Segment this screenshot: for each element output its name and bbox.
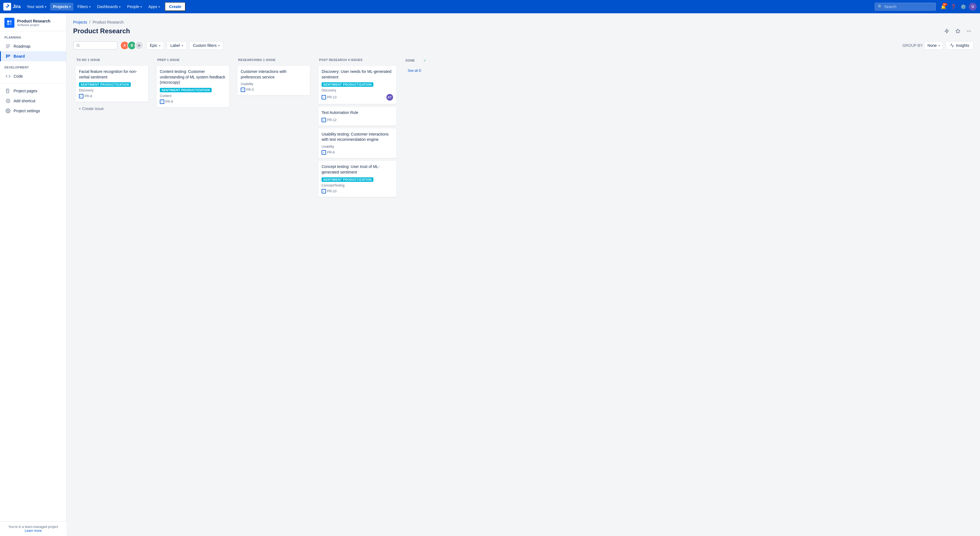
search-icon	[76, 43, 80, 47]
search-box[interactable]: 🔍 Search	[875, 3, 936, 11]
roadmap-icon	[5, 43, 11, 49]
code-icon	[5, 73, 11, 79]
card-issue-id: ✓ PR-6	[321, 150, 335, 155]
breadcrumb: Projects / Product Research	[73, 20, 974, 24]
card-pr5[interactable]: Customer interactions with preferences s…	[237, 65, 310, 96]
avatar-add-button[interactable]: +	[135, 41, 143, 50]
svg-point-16	[969, 31, 969, 32]
settings-icon	[5, 108, 11, 113]
nav-dashboards[interactable]: Dashboards ▾	[94, 3, 124, 11]
epic-filter-button[interactable]: Epic ▾	[146, 41, 164, 49]
done-check-icon: ✓	[423, 58, 426, 63]
breadcrumb-projects[interactable]: Projects	[73, 20, 87, 24]
board-icon	[5, 54, 11, 59]
card-footer: ✓ PR-6	[321, 150, 393, 155]
nav-your-work[interactable]: Your work ▾	[24, 3, 49, 11]
column-title: PREP 1 ISSUE	[158, 58, 180, 62]
more-button[interactable]	[964, 27, 974, 35]
card-footer: ✓ PR-5	[241, 88, 307, 92]
top-navigation: Jira Your work ▾ Projects ▾ Filters ▾ Da…	[0, 0, 980, 13]
see-all-done[interactable]: See all D	[404, 67, 428, 75]
card-pr9[interactable]: Content testing: Customer understanding …	[156, 65, 229, 107]
sidebar-item-label: Code	[14, 74, 23, 78]
card-issue-id: ✓ PR-13	[321, 95, 337, 99]
custom-filters-button[interactable]: Custom filters ▾	[189, 41, 224, 49]
card-issue-id: ✓ PR-8	[79, 94, 92, 98]
card-title: Test Automation Rule	[321, 110, 393, 116]
card-issue-id: ✓ PR-9	[160, 99, 173, 104]
sidebar-item-label: Add shortcut	[14, 99, 35, 103]
settings-button[interactable]: ⚙️	[959, 2, 968, 11]
sidebar-item-project-pages[interactable]: Project pages	[0, 86, 66, 96]
board-search[interactable]	[73, 41, 118, 49]
nav-apps[interactable]: Apps ▾	[146, 3, 162, 11]
card-pr10[interactable]: Concept testing: User trust of ML-genera…	[318, 161, 397, 197]
sidebar-divider	[0, 83, 66, 84]
header-actions	[942, 27, 974, 35]
notifications-button[interactable]: 🔔 9+	[939, 2, 948, 11]
svg-rect-0	[7, 21, 9, 22]
group-by-area: GROUP BY None ▾	[902, 41, 943, 49]
column-title: DONE	[406, 59, 415, 62]
create-button[interactable]: Create	[165, 2, 186, 11]
search-input[interactable]	[81, 43, 114, 48]
group-by-select[interactable]: None ▾	[924, 41, 943, 49]
card-pr12[interactable]: Test Automation Rule ✓ PR-12	[318, 107, 397, 126]
user-avatar[interactable]: U	[969, 3, 977, 11]
card-pr8[interactable]: Facial feature recognition for non-verba…	[75, 65, 148, 102]
sidebar-item-project-settings[interactable]: Project settings	[0, 106, 66, 116]
star-button[interactable]	[953, 27, 962, 35]
issue-icon: ✓	[321, 118, 326, 122]
chevron-down-icon: ▾	[159, 44, 161, 47]
card-pr13[interactable]: Discovery: User needs for ML-generated s…	[318, 65, 397, 104]
card-label: Usability	[321, 145, 393, 148]
chevron-down-icon: ▾	[69, 5, 71, 8]
column-title: TO DO 1 ISSUE	[76, 58, 100, 62]
sidebar-item-label: Roadmap	[14, 44, 30, 48]
column-body-post-research: Discovery: User needs for ML-generated s…	[316, 64, 399, 198]
card-footer: ✓ PR-12	[321, 118, 393, 122]
create-issue-button[interactable]: + Create issue	[75, 104, 148, 113]
sidebar-item-roadmap[interactable]: Roadmap	[0, 41, 66, 51]
nav-people[interactable]: People ▾	[124, 3, 145, 11]
project-icon	[5, 18, 14, 28]
app-logo[interactable]: Jira	[3, 3, 21, 11]
insights-button[interactable]: Insights	[946, 41, 974, 49]
project-info: Product Research Software project	[17, 19, 51, 27]
label-filter-button[interactable]: Label ▾	[167, 41, 186, 49]
sidebar-item-code[interactable]: Code	[0, 71, 66, 81]
column-body-done: See all D	[402, 65, 430, 93]
column-header-todo: TO DO 1 ISSUE	[73, 56, 151, 64]
help-button[interactable]: ❓	[949, 2, 958, 11]
search-icon: 🔍	[878, 5, 883, 9]
nav-projects[interactable]: Projects ▾	[50, 3, 73, 11]
avatar: KT	[387, 94, 393, 100]
nav-icon-group: 🔔 9+ ❓ ⚙️ U	[939, 2, 977, 11]
card-issue-id: ✓ PR-5	[241, 88, 254, 92]
svg-rect-2	[7, 23, 9, 25]
sidebar-item-add-shortcut[interactable]: Add shortcut	[0, 96, 66, 106]
jira-logo-icon	[3, 3, 11, 11]
svg-line-19	[79, 46, 79, 46]
card-tag: SENTIMENT PRODUCTIZATION	[79, 82, 131, 87]
board: TO DO 1 ISSUE Facial feature recognition…	[73, 56, 974, 203]
learn-more-link[interactable]: Learn more	[25, 529, 41, 533]
card-issue-id: ✓ PR-12	[321, 118, 337, 122]
chevron-down-icon: ▾	[218, 44, 220, 47]
chevron-down-icon: ▾	[939, 44, 940, 47]
sidebar-item-label: Project pages	[14, 89, 37, 93]
sidebar-item-board[interactable]: Board	[0, 51, 66, 61]
breadcrumb-project: Product Research	[92, 20, 124, 24]
column-body-todo: Facial feature recognition for non-verba…	[73, 64, 151, 114]
nav-filters[interactable]: Filters ▾	[75, 3, 93, 11]
issue-icon: ✓	[321, 150, 326, 155]
column-header-prep: PREP 1 ISSUE	[154, 56, 232, 64]
column-header-researching: RESEARCHING 1 ISSUE	[235, 56, 312, 64]
add-icon	[5, 98, 11, 104]
card-pr6[interactable]: Usability testing: Customer interactions…	[318, 128, 397, 158]
page-header: Product Research	[73, 27, 974, 35]
autodev-button[interactable]	[942, 27, 951, 35]
svg-rect-1	[10, 21, 12, 22]
column-title: RESEARCHING 1 ISSUE	[238, 58, 275, 62]
column-header-post-research: POST RESEARCH 4 ISSUES	[316, 56, 399, 64]
